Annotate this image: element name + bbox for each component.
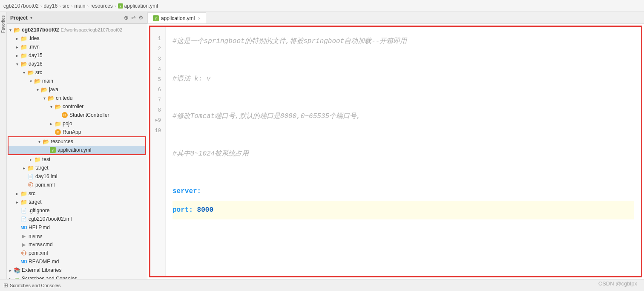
tree-icon-resources: 📂 xyxy=(43,138,49,145)
editor-area: y application.yml × 12345678▶910 #这是一个sp… xyxy=(147,12,644,279)
tree-item-day16_iml[interactable]: 📄day16.iml xyxy=(7,172,147,181)
tree-item-StudentController[interactable]: CStudentController xyxy=(7,111,147,119)
tree-arrow-idea[interactable] xyxy=(14,35,20,42)
tree-suffix-cgb2107boot02: E:\workspace\cgb2107boot02 xyxy=(60,27,122,32)
sync-icon[interactable]: ⇌ xyxy=(131,14,136,21)
tree-icon-gitignore: 📄 xyxy=(20,207,27,214)
tree-arrow-resources[interactable] xyxy=(36,138,43,145)
project-dropdown-icon[interactable]: ▾ xyxy=(30,15,32,20)
tree-label-mvnw_cmd: mvnw.cmd xyxy=(29,242,53,248)
tree-item-java[interactable]: 📂java xyxy=(7,85,147,94)
tree-label-java: java xyxy=(49,86,58,92)
tree-arrow-external_libraries[interactable] xyxy=(7,267,14,274)
tree-item-external_libraries[interactable]: 📚External Libraries xyxy=(7,266,147,274)
tree-label-README_md: README.md xyxy=(29,259,59,265)
editor-tab-yml[interactable]: y application.yml × xyxy=(147,12,206,23)
tree-item-controller[interactable]: 📂controller xyxy=(7,102,147,111)
tree-item-cn_tedu[interactable]: 📂cn.tedu xyxy=(7,94,147,102)
tree-item-test[interactable]: 📁test xyxy=(7,155,147,164)
tree-icon-mvn: 📁 xyxy=(20,43,27,50)
code-line-8 xyxy=(172,163,634,182)
tree-arrow-src_root[interactable] xyxy=(14,190,20,197)
code-line-2 xyxy=(172,51,634,69)
scratches-consoles-item[interactable]: ⊞ Scratches and Consoles xyxy=(3,282,60,288)
tree-icon-target_day16: 📁 xyxy=(27,164,34,171)
project-panel: Project ▾ ⊕ ⇌ ⚙ 📂cgb2107boot02E:\workspa… xyxy=(7,12,147,279)
scratches-label: Scratches and Consoles xyxy=(10,283,60,288)
line-num-4: 4 xyxy=(150,64,164,75)
tree-item-scratches[interactable]: ✏Scratches and Consoles xyxy=(7,274,147,279)
tree-arrow-src_day16[interactable] xyxy=(20,69,27,76)
tree-item-README_md[interactable]: MDREADME.md xyxy=(7,257,147,266)
favorites-tab[interactable]: Favorites xyxy=(0,14,6,35)
tree-label-scratches: Scratches and Consoles xyxy=(22,276,77,279)
tab-close-button[interactable]: × xyxy=(198,16,200,21)
tree-item-gitignore[interactable]: 📄.gitignore xyxy=(7,206,147,215)
tree-arrow-test[interactable] xyxy=(27,156,34,163)
code-line-3: #语法 k: v xyxy=(172,69,634,88)
tree-label-pom_root: pom.xml xyxy=(29,250,48,256)
tree-item-target_day16[interactable]: 📁target xyxy=(7,164,147,172)
tree-icon-src_day16: 📂 xyxy=(27,69,34,76)
breadcrumb-resources[interactable]: resources xyxy=(90,3,113,9)
tree-item-main[interactable]: 📂main xyxy=(7,77,147,85)
tree-item-mvnw_cmd[interactable]: ▶mvnw.cmd xyxy=(7,240,147,249)
tree-item-mvn[interactable]: 📁.mvn xyxy=(7,43,147,51)
line-num-10: 10 xyxy=(150,126,164,136)
tree-item-target_root[interactable]: 📁target xyxy=(7,198,147,206)
tree-arrow-day16[interactable] xyxy=(14,61,20,67)
tree-arrow-scratches[interactable] xyxy=(7,275,14,279)
tree-arrow-target_day16[interactable] xyxy=(20,164,27,171)
tree-icon-day16_iml: 📄 xyxy=(27,173,34,180)
tree-item-pojo[interactable]: 📁pojo xyxy=(7,119,147,128)
code-line-6 xyxy=(172,126,634,144)
tree-item-day15[interactable]: 📁day15 xyxy=(7,51,147,60)
tree-item-HELP_md[interactable]: MDHELP.md xyxy=(7,223,147,232)
tree-label-target_day16: target xyxy=(35,165,49,171)
tree-item-resources[interactable]: 📂resources xyxy=(9,137,145,146)
breadcrumb-file[interactable]: y application.yml xyxy=(118,3,158,9)
tree-item-mvnw[interactable]: ▶mvnw xyxy=(7,232,147,240)
tree-item-cgb2107boot02_iml[interactable]: 📄cgb2107boot02.iml xyxy=(7,215,147,223)
breadcrumb-src[interactable]: src xyxy=(63,3,69,9)
tree-arrow-target_root[interactable] xyxy=(14,199,20,205)
tree-icon-main: 📂 xyxy=(34,78,41,84)
tree-item-src_day16[interactable]: 📂src xyxy=(7,68,147,77)
tree-arrow-day15[interactable] xyxy=(14,52,20,59)
tree-arrow-controller[interactable] xyxy=(48,103,55,110)
comment-text: #修改Tomcat端口号,默认的端口是8080,0~65535个端口号, xyxy=(172,112,361,120)
tree-arrow-java[interactable] xyxy=(34,86,41,93)
tree-item-idea[interactable]: 📁.idea xyxy=(7,34,147,43)
code-line-9: server: xyxy=(172,182,634,201)
breadcrumb-day16[interactable]: day16 xyxy=(43,3,58,9)
tree-item-day16[interactable]: 📂day16 xyxy=(7,60,147,68)
add-icon[interactable]: ⊕ xyxy=(124,14,129,21)
breadcrumb-main[interactable]: main xyxy=(74,3,85,9)
resources-red-box: 📂resourcesyapplication.yml xyxy=(8,136,146,155)
key-part: port: xyxy=(172,206,197,214)
code-line-7: #其中0~1024被系统占用 xyxy=(172,144,634,163)
tree-label-main: main xyxy=(42,78,53,84)
settings-icon[interactable]: ⚙ xyxy=(138,14,144,21)
tree-label-StudentController: StudentController xyxy=(69,112,109,118)
tree-arrow-cn_tedu[interactable] xyxy=(41,95,48,101)
tree-item-pom_day16[interactable]: ⓜpom.xml xyxy=(7,181,147,189)
value-part: 8000 xyxy=(197,206,213,214)
tree-icon-README_md: MD xyxy=(20,258,27,265)
comment-text: #这是一个springboot的特别的文件,将被springboot自动加载--… xyxy=(172,37,407,45)
tree-arrow-pojo[interactable] xyxy=(48,120,55,127)
tree-item-RunApp[interactable]: CRunApp xyxy=(7,128,147,136)
tree-arrow-mvn[interactable] xyxy=(14,43,20,50)
breadcrumb-project[interactable]: cgb2107boot02 xyxy=(3,3,39,9)
tree-label-RunApp: RunApp xyxy=(63,129,81,135)
tree-item-pom_root[interactable]: ⓜpom.xml xyxy=(7,249,147,257)
tree-item-application_yml[interactable]: yapplication.yml xyxy=(9,146,145,154)
tree-arrow-main[interactable] xyxy=(27,78,34,84)
tree-arrow-cgb2107boot02[interactable] xyxy=(7,26,14,33)
tree-item-cgb2107boot02[interactable]: 📂cgb2107boot02E:\workspace\cgb2107boot02 xyxy=(7,26,147,34)
code-editor[interactable]: #这是一个springboot的特别的文件,将被springboot自动加载--… xyxy=(166,27,641,276)
line-num-9: ▶9 xyxy=(150,115,164,126)
tree-icon-scratches: ✏ xyxy=(14,275,20,279)
tree-item-src_root[interactable]: 📁src xyxy=(7,189,147,198)
line-num-2: 2 xyxy=(150,44,164,54)
